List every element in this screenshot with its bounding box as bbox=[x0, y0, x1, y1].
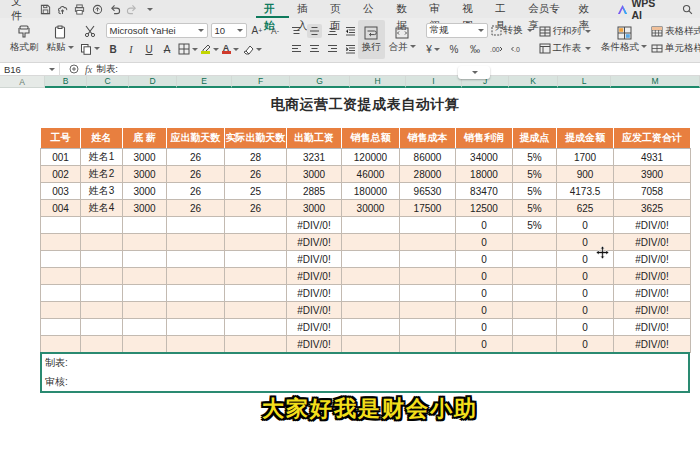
table-cell[interactable]: 0 bbox=[456, 251, 513, 268]
highlight-color-select[interactable] bbox=[201, 42, 219, 56]
table-cell[interactable]: 625 bbox=[557, 200, 614, 217]
table-cell[interactable]: #DIV/0! bbox=[614, 302, 691, 319]
name-box[interactable]: B16 bbox=[0, 63, 60, 76]
table-cell[interactable]: 0 bbox=[557, 268, 614, 285]
number-format-select[interactable]: 常规 bbox=[426, 23, 488, 38]
table-cell[interactable]: 姓名1 bbox=[81, 149, 123, 166]
table-cell[interactable]: #DIV/0! bbox=[614, 319, 691, 336]
table-cell[interactable]: 姓名3 bbox=[81, 183, 123, 200]
table-cell[interactable] bbox=[167, 336, 225, 353]
table-cell[interactable] bbox=[123, 302, 167, 319]
table-cell[interactable] bbox=[123, 217, 167, 234]
table-cell[interactable] bbox=[513, 268, 557, 285]
collapse-ribbon-button[interactable] bbox=[458, 66, 490, 79]
table-header-cell[interactable]: 底 薪 bbox=[123, 128, 167, 149]
underline-button[interactable]: U bbox=[142, 42, 157, 56]
table-cell[interactable]: 5% bbox=[513, 200, 557, 217]
table-cell[interactable] bbox=[400, 217, 456, 234]
undo-icon[interactable] bbox=[108, 3, 121, 16]
table-cell[interactable] bbox=[123, 234, 167, 251]
table-cell[interactable]: 3000 bbox=[123, 183, 167, 200]
table-cell[interactable] bbox=[513, 302, 557, 319]
column-header-I[interactable]: I bbox=[406, 76, 462, 88]
copy-icon[interactable] bbox=[80, 42, 100, 56]
formula-content[interactable]: 制表: bbox=[96, 63, 118, 76]
table-cell[interactable]: 26 bbox=[225, 166, 287, 183]
sheet-area[interactable]: 电商运营工资提成表自动计算 工号姓名底 薪应出勤天数实际出勤天数出勤工资销售总额… bbox=[0, 89, 700, 470]
conditional-format-button[interactable]: 条件格式 bbox=[597, 20, 651, 59]
tab-开始[interactable]: 开始 bbox=[256, 0, 289, 18]
table-cell[interactable]: 26 bbox=[167, 149, 225, 166]
footer-cell[interactable]: 制表: bbox=[42, 354, 688, 373]
table-cell[interactable]: #DIV/0! bbox=[614, 234, 691, 251]
borders-select[interactable] bbox=[178, 42, 198, 56]
table-cell[interactable]: 34000 bbox=[456, 149, 513, 166]
table-cell[interactable] bbox=[81, 268, 123, 285]
currency-format-icon[interactable]: ¥ bbox=[426, 42, 441, 56]
align-middle-icon[interactable] bbox=[307, 24, 322, 38]
column-header-A[interactable]: A bbox=[0, 76, 45, 88]
table-cell[interactable] bbox=[400, 285, 456, 302]
table-cell[interactable]: 17500 bbox=[400, 200, 456, 217]
table-cell[interactable]: #DIV/0! bbox=[614, 251, 691, 268]
table-cell[interactable]: 28 bbox=[225, 149, 287, 166]
table-cell[interactable]: #DIV/0! bbox=[614, 217, 691, 234]
table-cell[interactable]: #DIV/0! bbox=[287, 234, 342, 251]
table-cell[interactable] bbox=[123, 285, 167, 302]
table-cell[interactable]: #DIV/0! bbox=[287, 336, 342, 353]
table-cell[interactable]: 26 bbox=[225, 200, 287, 217]
table-style-button[interactable]: 表格样式 bbox=[651, 25, 700, 38]
table-cell[interactable] bbox=[400, 319, 456, 336]
table-cell[interactable] bbox=[225, 217, 287, 234]
insert-function-icon[interactable] bbox=[66, 63, 81, 76]
bold-button[interactable]: B bbox=[106, 42, 121, 56]
table-cell[interactable] bbox=[342, 319, 400, 336]
table-cell[interactable]: 0 bbox=[456, 336, 513, 353]
table-header-cell[interactable]: 实际出勤天数 bbox=[225, 128, 287, 149]
table-cell[interactable]: 26 bbox=[167, 166, 225, 183]
cell-style-button[interactable]: 单元格样式 bbox=[651, 42, 700, 55]
table-cell[interactable]: #DIV/0! bbox=[287, 302, 342, 319]
table-cell[interactable]: 180000 bbox=[342, 183, 400, 200]
table-cell[interactable] bbox=[225, 234, 287, 251]
table-cell[interactable]: 0 bbox=[557, 285, 614, 302]
footer-cell[interactable]: 审核: bbox=[42, 373, 688, 392]
table-cell[interactable]: 0 bbox=[456, 217, 513, 234]
table-cell[interactable] bbox=[513, 336, 557, 353]
table-cell[interactable]: 26 bbox=[167, 183, 225, 200]
table-cell[interactable] bbox=[225, 268, 287, 285]
table-cell[interactable]: 5% bbox=[513, 166, 557, 183]
table-cell[interactable] bbox=[167, 285, 225, 302]
table-cell[interactable]: 900 bbox=[557, 166, 614, 183]
table-cell[interactable]: 3000 bbox=[123, 166, 167, 183]
export-icon[interactable] bbox=[56, 3, 69, 16]
table-cell[interactable] bbox=[81, 251, 123, 268]
table-cell[interactable]: 25 bbox=[225, 183, 287, 200]
table-cell[interactable] bbox=[225, 319, 287, 336]
table-cell[interactable]: #DIV/0! bbox=[287, 217, 342, 234]
table-cell[interactable] bbox=[41, 217, 81, 234]
tab-数据[interactable]: 数据 bbox=[388, 0, 421, 18]
table-cell[interactable] bbox=[123, 319, 167, 336]
tab-会员专享[interactable]: 会员专享 bbox=[520, 0, 570, 18]
tab-效率[interactable]: 效率 bbox=[570, 0, 603, 18]
table-cell[interactable] bbox=[167, 234, 225, 251]
table-cell[interactable]: 002 bbox=[41, 166, 81, 183]
table-cell[interactable]: 3000 bbox=[123, 149, 167, 166]
format-painter-button[interactable]: 格式刷 bbox=[6, 20, 43, 59]
table-cell[interactable]: 28000 bbox=[400, 166, 456, 183]
table-cell[interactable]: 30000 bbox=[342, 200, 400, 217]
font-color-select[interactable]: A bbox=[222, 42, 239, 56]
table-cell[interactable]: 12500 bbox=[456, 200, 513, 217]
table-cell[interactable]: 姓名4 bbox=[81, 200, 123, 217]
table-cell[interactable] bbox=[513, 285, 557, 302]
table-cell[interactable] bbox=[81, 319, 123, 336]
table-cell[interactable] bbox=[167, 251, 225, 268]
table-cell[interactable] bbox=[342, 268, 400, 285]
table-cell[interactable] bbox=[400, 234, 456, 251]
table-cell[interactable]: 4931 bbox=[614, 149, 691, 166]
percent-format-icon[interactable]: % bbox=[447, 42, 462, 56]
table-cell[interactable] bbox=[81, 234, 123, 251]
tab-视图[interactable]: 视图 bbox=[454, 0, 487, 18]
table-cell[interactable] bbox=[167, 268, 225, 285]
